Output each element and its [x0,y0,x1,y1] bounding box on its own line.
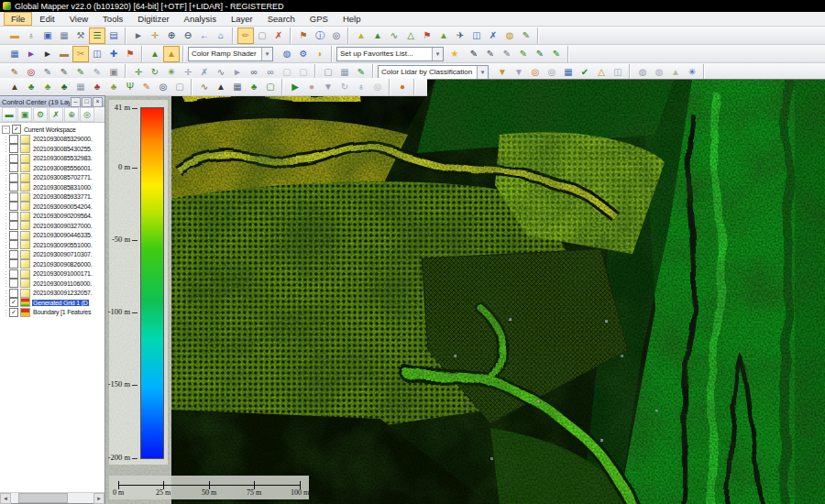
workspace-checkbox[interactable] [12,125,21,134]
chevron-down-icon[interactable]: ▾ [477,66,488,79]
select-box-button[interactable]: ▢ [171,79,188,95]
menu-item[interactable]: View [62,12,95,26]
map-canvas[interactable]: 41 m 0 m -50 m -100 m -150 m -200 m 0 m [105,79,825,504]
layer-tree-item[interactable]: 20210930091106000. [0,279,104,289]
layer-checkbox[interactable] [9,231,18,240]
layer-tree-item[interactable]: 20210930090826000. [0,259,104,269]
measure-tool-button[interactable]: ⚑ [295,27,312,44]
layer-tree-item[interactable]: 20210930085933771. [0,192,104,203]
watershed-button[interactable]: ◍ [501,27,518,44]
shader-dropdown[interactable]: Color Ramp Shader ▾ [188,47,273,61]
close-layer-button[interactable]: ✗ [49,107,63,122]
pointcloud-tool-button[interactable]: ✳ [684,64,700,81]
menu-item[interactable]: Layer [224,12,260,26]
layer-checkbox[interactable] [9,289,18,298]
layer-tree-item[interactable]: 20210930091000171. [0,269,104,279]
layer-tree-item[interactable]: 20210930085556001. [0,163,104,173]
layer-tree-item[interactable]: 20210930091232057. [0,289,104,299]
lidar-filter-alt-button[interactable]: ▼ [511,64,527,81]
menu-item[interactable]: Edit [32,12,61,26]
layer-checkbox[interactable] [9,135,18,144]
layer-tree-item[interactable]: Generated Grid 1 (D [0,298,104,308]
lidar-globe-b-button[interactable]: ◍ [651,64,667,81]
path-profile-button[interactable]: ∿ [386,27,402,44]
tree-density-button[interactable]: ♣ [56,79,72,95]
menu-item[interactable]: Digitizer [130,12,176,26]
building-extract-button[interactable]: ▦ [72,79,89,95]
layer-checkbox[interactable] [9,192,18,202]
save-layer-button[interactable]: ▣ [17,107,32,122]
auto-classify-ground-button[interactable]: ◎ [527,64,544,81]
layer-checkbox[interactable] [9,250,18,259]
edit-feature-button[interactable]: ✎ [532,46,548,62]
view-3d-sphere-button[interactable]: ● [394,79,411,95]
layer-checkbox[interactable] [9,221,18,230]
layer-checkbox[interactable] [9,154,18,163]
create-range-ring-button[interactable]: ✎ [515,46,532,62]
create-line-button[interactable]: ✎ [482,46,499,62]
disabled-circle-button[interactable]: ◎ [369,79,386,95]
layer-tree-item[interactable]: 20210930085329000. [0,135,104,145]
overlay-control-button[interactable]: ☰ [89,27,105,44]
layer-tree-item[interactable]: Boundary [1 Features [0,308,104,318]
layer-checkbox[interactable] [9,173,18,182]
tree-tool-button[interactable]: ♣ [246,79,262,95]
layer-checkbox[interactable] [9,259,18,268]
open-catalog-button[interactable]: ▬ [56,46,72,62]
favorites-dropdown[interactable]: Set up Favorites List... ▾ [336,47,444,61]
layer-metadata-button[interactable]: ◎ [80,107,94,122]
layer-tree-item[interactable]: 20210930085430255. [0,144,104,154]
layer-tree-item[interactable]: 20210930090327000. [0,221,104,231]
elevation-legend-button[interactable]: ▲ [353,27,369,44]
scroll-right-icon[interactable]: ▸ [94,493,104,504]
delete-feature-button[interactable]: ✗ [270,27,287,44]
maximize-button[interactable]: □ [82,97,92,107]
image-swipe-button[interactable]: ◫ [468,27,485,44]
classify-noise-button[interactable]: △ [593,64,610,81]
create-area-button[interactable]: ✎ [499,46,515,62]
crop-collar-button[interactable]: ✂ [72,46,89,62]
find-address-button[interactable]: ◎ [155,79,171,95]
snap-draw-button[interactable]: ✎ [548,46,565,62]
minimize-button[interactable]: – [71,97,81,107]
grid-analysis-button[interactable]: ▦ [229,79,246,95]
layer-tree-item[interactable]: 20210930090710307. [0,250,104,260]
night-shade-button[interactable]: ◗ [312,46,328,62]
slope-profile-button[interactable]: ∿ [196,79,213,95]
menu-item[interactable]: Search [260,12,302,26]
compare-close-button[interactable]: ✗ [485,27,501,44]
layer-checkbox[interactable] [9,212,18,221]
dark-terrain-button[interactable]: ▲ [213,79,229,95]
web-refresh-button[interactable]: ♁ [353,79,369,95]
layer-checkbox[interactable] [9,163,18,172]
cut-and-fill-button[interactable]: ▲ [435,27,452,44]
open-file-button[interactable]: ▬ [6,27,23,44]
control-center-header[interactable]: Control Center (19 Layers,... – □ × [0,96,104,107]
layer-tree-item[interactable]: 20210930090446335. [0,231,104,241]
play-animation-button[interactable]: ▶ [287,79,303,95]
dem-mountain-button[interactable]: ▲ [6,79,23,95]
scroll-thumb[interactable] [18,493,68,503]
line-of-sight-button[interactable]: △ [402,27,419,44]
download-tool-button[interactable]: ▼ [320,79,336,95]
layer-options-button[interactable]: ⚙ [33,107,48,122]
create-feature-button[interactable]: ▢ [254,27,270,44]
menu-item[interactable]: Tools [95,12,130,26]
layer-tree-item[interactable]: 20210930085831000. [0,182,104,192]
expand-icon[interactable]: - [2,126,10,134]
zoom-to-layer-button[interactable]: ⊕ [64,107,79,122]
layer-checkbox[interactable] [9,269,18,279]
map-catalog-button[interactable]: ▦ [56,27,72,44]
menu-item[interactable]: Help [336,12,368,26]
layer-tree-item[interactable]: 20210930090054204. [0,202,104,212]
terrain-pale-button[interactable]: ▲ [667,64,684,81]
attribute-table-button[interactable]: ▤ [105,27,122,44]
feature-info-button[interactable]: ⓘ [312,27,328,44]
feature-info-tool-button[interactable]: ► [23,46,39,62]
control-center-button[interactable]: ▦ [6,46,23,62]
chevron-down-icon[interactable]: ▾ [261,48,272,60]
split-view-button[interactable]: ◫ [89,46,105,62]
open-layer-button[interactable]: ▬ [2,107,16,122]
tree-canopy-button[interactable]: ♣ [39,79,56,95]
configure-button[interactable]: ⚒ [72,27,89,44]
